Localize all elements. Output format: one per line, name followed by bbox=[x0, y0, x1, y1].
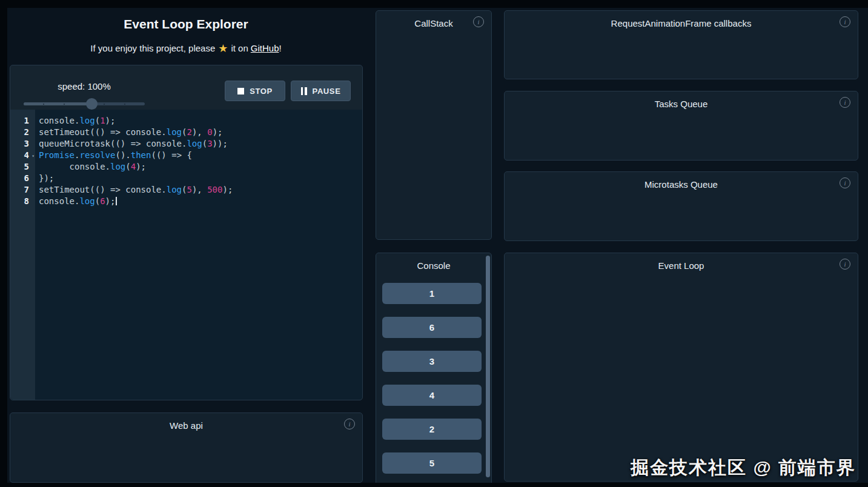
text-caret bbox=[116, 197, 117, 205]
console-panel: Console 163425 bbox=[376, 253, 492, 487]
code-line: 8console.log(6); bbox=[10, 196, 362, 207]
pause-button[interactable]: PAUSE bbox=[291, 81, 351, 101]
code-line: 6}); bbox=[10, 173, 362, 184]
header: Event Loop Explorer If you enjoy this pr… bbox=[8, 17, 363, 55]
code-panel: speed: 100% STOP PAUSE 1console.log(1) bbox=[10, 65, 363, 400]
code-line: 2setTimeout(() => console.log(2), 0); bbox=[10, 127, 362, 138]
slider-tick bbox=[64, 104, 65, 105]
github-link[interactable]: GitHub bbox=[251, 43, 279, 53]
info-icon[interactable]: i bbox=[840, 177, 850, 188]
info-icon[interactable]: i bbox=[473, 16, 484, 27]
subtitle-prefix: If you enjoy this project, please bbox=[90, 43, 215, 53]
line-number: 8 bbox=[10, 196, 35, 207]
speed-label: speed: 100% bbox=[10, 81, 158, 91]
console-log-item: 4 bbox=[382, 385, 482, 406]
info-icon[interactable]: i bbox=[840, 97, 850, 108]
info-icon[interactable]: i bbox=[840, 259, 850, 270]
raf-title: RequestAnimationFrame callbacks bbox=[505, 11, 858, 28]
line-number: 3 bbox=[10, 138, 35, 150]
tasks-queue-panel: Tasks Queue i bbox=[504, 91, 858, 161]
subtitle: If you enjoy this project, please★it onG… bbox=[8, 42, 363, 55]
console-log-item: 1 bbox=[382, 283, 482, 304]
eventloop-title: Event Loop bbox=[505, 253, 858, 271]
pause-icon bbox=[301, 87, 307, 95]
speed-slider[interactable] bbox=[24, 98, 145, 109]
console-log-item: 5 bbox=[382, 452, 482, 474]
window-edge-top bbox=[0, 0, 868, 8]
webapi-title: Web api bbox=[10, 413, 362, 431]
console-logs: 163425 bbox=[382, 283, 482, 486]
window-edge-left bbox=[0, 0, 7, 487]
line-number: 1 bbox=[10, 115, 35, 127]
console-scrollbar[interactable] bbox=[486, 256, 490, 477]
stop-icon bbox=[237, 88, 244, 94]
code-editor[interactable]: 1console.log(1);2setTimeout(() => consol… bbox=[10, 110, 362, 400]
stop-button[interactable]: STOP bbox=[225, 81, 285, 101]
console-title: Console bbox=[376, 253, 491, 271]
code-line: 7setTimeout(() => console.log(5), 500); bbox=[10, 184, 362, 196]
microtasks-queue-panel: Microtasks Queue i bbox=[504, 171, 858, 241]
slider-tick bbox=[43, 104, 44, 105]
info-icon[interactable]: i bbox=[344, 419, 355, 429]
console-log-item: 2 bbox=[382, 419, 482, 440]
slider-tick bbox=[104, 104, 105, 105]
pause-button-label: PAUSE bbox=[313, 87, 341, 96]
window-edge-bottom bbox=[0, 483, 868, 487]
line-number: 6 bbox=[10, 173, 35, 184]
callstack-panel: CallStack i bbox=[376, 10, 492, 240]
code-line: 4▾Promise.resolve().then(() => { bbox=[10, 150, 362, 161]
tasks-queue-title: Tasks Queue bbox=[505, 91, 858, 109]
watermark: 掘金技术社区 @ 前端市界 bbox=[631, 456, 856, 480]
eventloop-diagram bbox=[505, 253, 858, 481]
code-line: 1console.log(1); bbox=[10, 115, 362, 127]
line-number: 2 bbox=[10, 127, 35, 138]
subtitle-mid: it on bbox=[231, 43, 248, 53]
line-number: 5 bbox=[10, 161, 35, 173]
line-number: 4▾ bbox=[10, 150, 35, 161]
event-loop-explorer-app: Event Loop Explorer If you enjoy this pr… bbox=[0, 0, 868, 487]
console-log-item: 6 bbox=[382, 317, 482, 338]
star-icon: ★ bbox=[218, 42, 228, 55]
controls-bar: speed: 100% STOP PAUSE bbox=[10, 65, 362, 110]
line-number: 7 bbox=[10, 184, 35, 196]
speed-slider-fill bbox=[24, 102, 91, 105]
code-line: 5 console.log(4); bbox=[10, 161, 362, 173]
slider-tick bbox=[124, 104, 125, 105]
page-title: Event Loop Explorer bbox=[8, 17, 363, 31]
microtasks-queue-title: Microtasks Queue bbox=[505, 172, 858, 190]
code-lines: 1console.log(1);2setTimeout(() => consol… bbox=[10, 115, 362, 207]
subtitle-suffix: ! bbox=[279, 43, 281, 53]
code-line: 3queueMicrotask(() => console.log(3)); bbox=[10, 138, 362, 150]
fold-arrow-icon[interactable]: ▾ bbox=[31, 150, 35, 162]
console-log-item: 3 bbox=[382, 351, 482, 372]
speed-slider-thumb[interactable] bbox=[86, 98, 98, 110]
raf-panel: RequestAnimationFrame callbacks i bbox=[504, 10, 858, 79]
stop-button-label: STOP bbox=[250, 87, 273, 96]
info-icon[interactable]: i bbox=[840, 16, 850, 27]
eventloop-panel: Event Loop i bbox=[504, 253, 858, 482]
webapi-panel: Web api i bbox=[10, 412, 363, 483]
